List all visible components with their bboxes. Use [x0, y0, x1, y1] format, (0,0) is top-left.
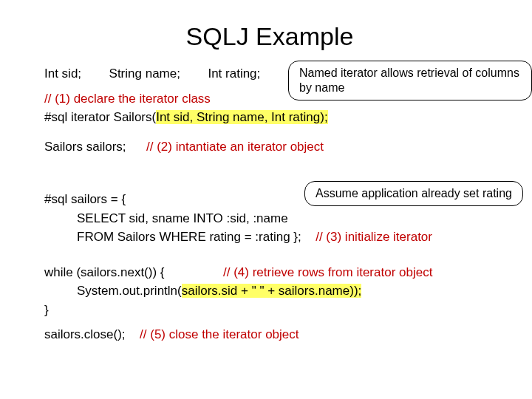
close-brace: } — [44, 301, 495, 320]
println-left: System.out.println( — [77, 284, 182, 298]
sailors-var: Sailors sailors; — [44, 140, 126, 154]
sql-assign: #sql sailors = { — [44, 190, 495, 209]
sql-from: FROM Sailors WHERE rating = :rating }; — [77, 230, 301, 244]
field-name: String name; — [109, 66, 180, 81]
comment-4: // (4) retrieve rows from iterator objec… — [223, 265, 432, 279]
comment-2: // (2) intantiate an iterator object — [146, 140, 324, 154]
code-block: Int sid; String name; Int rating; // (1)… — [44, 64, 495, 344]
field-rating: Int rating; — [208, 66, 260, 81]
field-sid: Int sid; — [44, 66, 81, 81]
sql-select: SELECT sid, sname INTO :sid, :name — [44, 209, 495, 228]
println-highlight: sailors.sid + " " + sailors.name)); — [182, 284, 362, 298]
while-open: while (sailors.next()) { — [44, 265, 165, 279]
comment-1: // (1) declare the iterator class — [44, 89, 495, 109]
close-call: sailors.close(); — [44, 327, 126, 341]
comment-3: // (3) initialize iterator — [316, 230, 432, 244]
decl-prefix: #sql iterator Sailors( — [44, 110, 156, 124]
decl-args-highlight: Int sid, String name, Int rating); — [156, 110, 327, 124]
slide-title: SQLJ Example — [44, 22, 495, 51]
comment-5: // (5) close the iterator object — [140, 327, 299, 341]
